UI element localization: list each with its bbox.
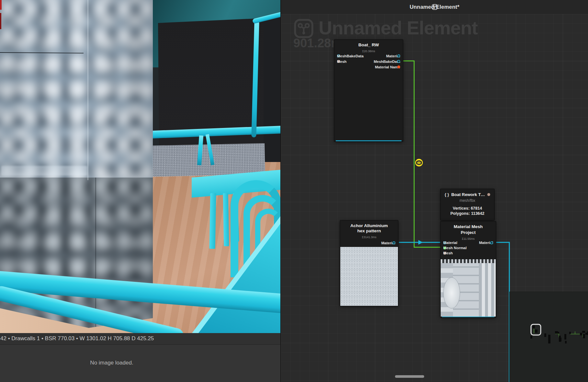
app-window: 42 • Drawcalls 1 • BSR 770.03 • W 1301.0…	[0, 0, 588, 382]
edge-artifact	[0, 0, 2, 10]
node-boat-rework-file[interactable]: { } Boat Rework T… mesh/fbx Vertices: 67…	[440, 189, 494, 220]
cyan-slat	[223, 193, 229, 246]
port-row: Material	[340, 240, 398, 246]
port-row: Material	[334, 53, 403, 59]
node-progress-accent	[336, 140, 401, 141]
port-row: Mesh Normal	[441, 245, 496, 250]
node-title-line1: Material Mesh	[441, 224, 496, 229]
minimap-content	[510, 292, 588, 382]
viewport-status-bar: 42 • Drawcalls 1 • BSR 770.03 • W 1301.0…	[0, 333, 280, 344]
render-stats-text: 42 • Drawcalls 1 • BSR 770.03 • W 1301.0…	[0, 335, 154, 341]
node-title-line2: Project	[441, 230, 496, 235]
file-format: mesh/fbx	[441, 198, 494, 203]
material-preview-hex-pattern	[340, 247, 398, 306]
no-image-message: No image loaded.	[0, 360, 223, 366]
port-label: Mesh Normal	[443, 246, 467, 250]
element-title: Unnamed Element*	[410, 4, 459, 10]
output-port-mesh[interactable]	[487, 193, 490, 196]
output-port-meshbakedata[interactable]	[397, 60, 400, 63]
output-port-material[interactable]	[397, 54, 400, 57]
port-row: Material	[441, 240, 496, 245]
wire-material-mmp-out	[496, 242, 509, 382]
node-achor-alluminium[interactable]: Achor Alluminium hex pattern Σ3141.3ms M…	[340, 220, 398, 306]
port-row: Mesh	[441, 250, 496, 256]
cyan-slat	[209, 193, 216, 249]
wire-meshbakedata-to-meshnormal	[403, 61, 443, 247]
viewport-3d[interactable]	[0, 0, 280, 333]
port-label: Mesh	[443, 251, 453, 255]
texture-atlas-preview	[441, 259, 496, 317]
vertices-count: Vertices: 67814	[441, 206, 494, 211]
port-label: Material Name	[375, 65, 400, 69]
port-row: MeshBakeData	[334, 59, 403, 64]
concrete-strip	[146, 143, 265, 177]
horizontal-scrollbar[interactable]	[395, 375, 424, 378]
output-port-material[interactable]	[392, 241, 395, 244]
node-title: Boat_ RW	[334, 42, 403, 48]
image-preview-panel: No image loaded.	[0, 344, 280, 382]
node-title-line1: Achor Alluminium	[340, 223, 398, 228]
node-boat-rw[interactable]: Boat_ RW Σ20.38ms MeshBakeData Mesh Mate…	[334, 40, 403, 142]
node-graph-panel[interactable]: Unnamed Element 901.28m Boat_ RW Σ20.38m…	[280, 0, 588, 382]
node-title: Boat Rework T…	[451, 192, 485, 197]
node-material-mesh-project[interactable]: Material Mesh Project Σ11.55ms Material …	[440, 221, 496, 318]
output-port-material-name[interactable]	[397, 65, 400, 68]
app-logo-icon	[293, 18, 314, 39]
node-title-line2: hex pattern	[340, 228, 398, 234]
graph-minimap[interactable]	[509, 292, 588, 382]
reroute-badge-icon	[416, 159, 423, 166]
edge-artifact	[0, 13, 1, 29]
output-port-material[interactable]	[490, 241, 493, 244]
polygons-count: Polygons: 113642	[441, 211, 494, 216]
watermark-title: Unnamed Element	[319, 17, 478, 39]
node-progress-accent	[442, 317, 494, 317]
wire-arrowhead	[418, 240, 423, 245]
node-time: Σ20.38ms	[334, 50, 403, 53]
graph-header: Unnamed Element*	[281, 0, 588, 14]
port-label: MeshBakeData	[374, 60, 400, 64]
port-row: Material Name	[334, 64, 403, 70]
node-time: Σ3141.3ms	[340, 236, 398, 239]
braces-icon: { }	[445, 192, 449, 197]
